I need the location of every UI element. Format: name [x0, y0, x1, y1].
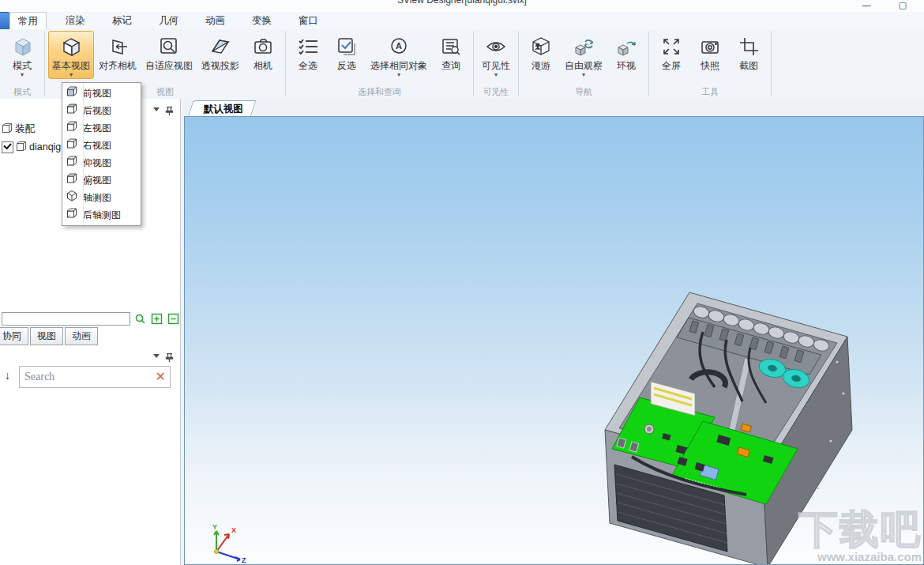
chevron-down-icon: ▾ [582, 71, 585, 78]
group-label-mode: 模式 [2, 85, 43, 99]
ribbon-group-navigation: 漫游 自由观察 ▾ 环视 导航 [519, 29, 648, 99]
ribbon-group-tools: 全屏 快照 截图 工具 [649, 29, 771, 99]
chevron-down-icon: ▾ [21, 71, 24, 78]
screenshot-icon [737, 33, 761, 60]
group-label-tools: 工具 [651, 85, 769, 99]
search-input[interactable] [23, 369, 145, 385]
watermark-site: www.xiazaiba.com [798, 551, 922, 563]
chevron-down-icon: ▾ [69, 71, 73, 78]
align-camera-button[interactable]: 对齐相机 [95, 31, 141, 72]
menu-item-top-view[interactable]: 俯视图 [62, 171, 141, 189]
tree-filter-input[interactable] [2, 312, 130, 326]
3d-viewport[interactable]: Y X Z 下载吧 www.xiazaiba.com [184, 116, 924, 565]
snapshot-button[interactable]: 快照 [691, 31, 729, 72]
panel-menu-chevron-icon[interactable] [153, 354, 160, 358]
bottom-view-cube-icon [66, 155, 78, 171]
watermark-name: 下载吧 [798, 510, 922, 549]
perspective-button[interactable]: 透视投影 [197, 31, 243, 72]
front-view-cube-icon [66, 85, 78, 101]
expand-all-icon[interactable] [150, 312, 163, 326]
panel-pin-icon[interactable] [165, 105, 174, 119]
clear-search-icon[interactable]: ✕ [156, 369, 166, 384]
tree-item-label: 装配 [15, 122, 35, 136]
tab-chuangkou[interactable]: 窗口 [291, 12, 326, 29]
chevron-down-icon: ▾ [494, 71, 498, 78]
camera-icon [251, 33, 275, 60]
walkthrough-button[interactable]: 漫游 [522, 31, 560, 72]
back-view-cube-icon [66, 103, 78, 119]
title-bar: SView Designer[dianqigui.svlx] — ▢ [0, 0, 924, 12]
watermark: 下载吧 www.xiazaiba.com [798, 510, 922, 563]
look-around-button[interactable]: 环视 [607, 31, 645, 72]
basic-view-button[interactable]: 基本视图 ▾ [48, 31, 94, 79]
fit-view-button[interactable]: 自适应视图 [141, 31, 197, 72]
view-tab-row: 默认视图 [184, 99, 924, 116]
fullscreen-icon [659, 33, 683, 60]
maximize-button[interactable]: ▢ [891, 0, 915, 11]
axis-y-label: Y [212, 523, 217, 531]
menu-item-back-view[interactable]: 后视图 [62, 102, 141, 119]
select-all-icon [296, 33, 320, 60]
tree-item-assembly[interactable]: 装配 [2, 120, 35, 137]
query-button[interactable]: 查询 [432, 31, 470, 72]
group-label-visibility: 可见性 [475, 85, 516, 99]
menu-item-right-view[interactable]: 右视图 [62, 137, 141, 154]
snapshot-icon [698, 33, 722, 60]
part-icon [16, 141, 27, 154]
default-view-tab[interactable]: 默认视图 [188, 100, 257, 117]
free-observe-button[interactable]: 自由观察 ▾ [561, 31, 607, 79]
panel-menu-chevron-icon[interactable] [153, 107, 160, 111]
visibility-button[interactable]: 可见性 ▾ [477, 31, 515, 79]
tab-bianhuan[interactable]: 变换 [244, 12, 280, 29]
look-around-icon [614, 33, 638, 60]
axis-x-label: X [231, 526, 236, 534]
tab-changyong[interactable]: 常用 [9, 12, 47, 29]
screenshot-button[interactable]: 截图 [730, 31, 768, 72]
tab-animation[interactable]: 动画 [65, 327, 98, 345]
tab-xuanran[interactable]: 渲染 [58, 12, 93, 29]
minimize-button[interactable]: — [855, 0, 878, 11]
search-row: ↓ ✕ [0, 364, 180, 390]
tree-item-dianqigui[interactable]: dianqigui [2, 138, 69, 156]
visibility-checkbox[interactable] [2, 141, 13, 153]
camera-button[interactable]: 相机 [244, 31, 282, 72]
select-all-button[interactable]: 全选 [289, 31, 327, 72]
assembly-icon [2, 122, 13, 136]
chevron-down-icon: ▾ [397, 71, 400, 78]
app-window: SView Designer[dianqigui.svlx] — ▢ 常用 渲染… [0, 0, 924, 565]
visibility-eye-icon [484, 33, 508, 60]
tab-donghua[interactable]: 动画 [197, 12, 233, 29]
tab-view[interactable]: 视图 [30, 327, 63, 345]
search-direction-icon[interactable]: ↓ [5, 369, 10, 382]
tab-jihe[interactable]: 几何 [151, 12, 186, 29]
menu-item-left-view[interactable]: 左视图 [62, 119, 141, 137]
menu-item-bottom-view[interactable]: 仰视图 [62, 154, 141, 171]
menu-item-back-isometric-view[interactable]: 后轴测图 [62, 206, 141, 224]
mode-button[interactable]: 模式 ▾ [3, 31, 41, 79]
top-view-cube-icon [66, 172, 78, 188]
free-observe-icon [572, 33, 595, 60]
basic-view-cube-icon [59, 33, 83, 60]
axes-triad: Y X Z [207, 522, 248, 563]
tree-search-icon[interactable] [133, 312, 147, 326]
tree-filter-row [2, 311, 180, 326]
fullscreen-button[interactable]: 全屏 [652, 31, 690, 72]
fit-view-icon [157, 33, 181, 60]
walkthrough-icon [529, 33, 553, 60]
menu-item-isometric-view[interactable]: 轴测图 [62, 189, 141, 206]
align-camera-icon [106, 33, 130, 60]
select-same-button[interactable]: A 选择相同对象 ▾ [366, 31, 431, 79]
invert-selection-button[interactable]: 反选 [328, 31, 366, 72]
svg-text:A: A [396, 41, 402, 51]
tab-collaboration[interactable]: 协同 [0, 327, 28, 345]
panel-tab-bar: 协同 视图 动画 [0, 327, 100, 345]
perspective-icon [208, 33, 232, 60]
mode-cube-icon [10, 33, 34, 60]
viewport-region: 默认视图 [184, 99, 924, 565]
menu-item-front-view[interactable]: 前视图 [62, 85, 141, 102]
group-label-select: 选择和查询 [287, 85, 471, 99]
ribbon-group-visibility: 可见性 ▾ 可见性 [474, 29, 518, 99]
tab-biaoji[interactable]: 标记 [104, 12, 140, 29]
collapse-all-icon[interactable] [167, 312, 180, 326]
query-icon [439, 33, 463, 60]
